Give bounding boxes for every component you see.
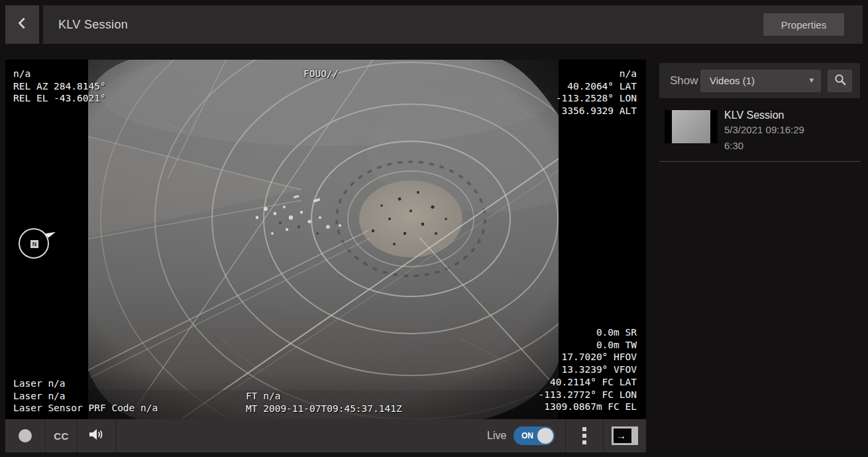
speaker-icon	[88, 427, 105, 444]
show-label: Show	[670, 63, 698, 98]
osd-bottom-right: 0.0m SR 0.0m TW 17.7020° HFOV 13.3239° V…	[539, 326, 637, 413]
more-options-button[interactable]	[566, 419, 603, 452]
osd-bottom-center: FT n/a MT 2009-11-07T09:45:37.141Z	[246, 390, 402, 415]
osd-top-right: n/a 40.2064° LAT -113.2528° LON 3356.932…	[556, 68, 637, 117]
divider	[115, 419, 116, 452]
osd-classification: FOUO//	[303, 68, 338, 80]
live-label: Live	[487, 419, 506, 452]
video-content	[88, 60, 559, 419]
chevron-left-icon	[15, 16, 30, 33]
show-filter-bar: Show Videos (1) ▾	[659, 63, 860, 98]
osd-bottom-left: Laser n/a Laser n/a Laser Sensor PRF Cod…	[13, 377, 158, 415]
search-icon	[834, 73, 847, 89]
live-toggle[interactable]: ON	[514, 426, 555, 445]
cc-icon: CC	[54, 430, 69, 442]
aerial-footage-image	[88, 60, 559, 419]
page-title: KLV Session	[58, 5, 128, 44]
compass-indicator: N	[17, 227, 52, 261]
search-button[interactable]	[828, 70, 852, 92]
video-item-title: KLV Session	[724, 109, 784, 121]
list-divider	[659, 161, 861, 162]
properties-button[interactable]: Properties	[763, 13, 844, 36]
back-button[interactable]	[5, 5, 43, 44]
thumbnail-image	[672, 110, 710, 143]
video-player[interactable]: n/a REL AZ 284.8145° REL EL -43.6021° FO…	[5, 60, 646, 452]
dropdown-selected-value: Videos (1)	[710, 70, 755, 92]
closed-captions-button[interactable]: CC	[46, 419, 77, 452]
player-control-bar: CC Live ON	[5, 419, 646, 452]
compass-arrow-icon	[45, 228, 56, 238]
media-type-dropdown[interactable]: Videos (1) ▾	[700, 70, 821, 92]
live-toggle-state: ON	[521, 426, 533, 445]
header-bar: KLV Session Properties	[5, 5, 863, 44]
video-item-datetime: 5/3/2021 09:16:29	[724, 124, 804, 135]
record-icon	[19, 429, 32, 442]
osd-top-left: n/a REL AZ 284.8145° REL EL -43.6021°	[13, 68, 106, 105]
toggle-knob	[537, 428, 553, 444]
record-button[interactable]	[5, 419, 45, 452]
compass-north-label: N	[30, 240, 38, 248]
kebab-menu-icon	[582, 427, 586, 444]
chevron-down-icon: ▾	[809, 70, 814, 92]
video-item-duration: 6:30	[724, 140, 743, 151]
klv-session-app: KLV Session Properties	[0, 0, 868, 457]
video-thumbnail	[665, 110, 718, 143]
pop-out-icon: →	[612, 426, 638, 445]
volume-button[interactable]	[78, 419, 115, 452]
pop-out-button[interactable]: →	[604, 419, 646, 452]
video-list-item[interactable]: KLV Session 5/3/2021 09:16:29 6:30	[659, 106, 860, 155]
